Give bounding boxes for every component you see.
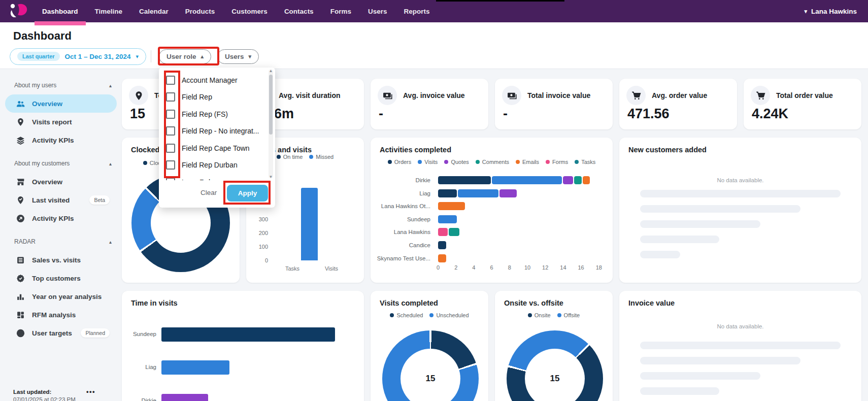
checkbox[interactable] bbox=[166, 144, 175, 153]
clear-button[interactable]: Clear bbox=[201, 189, 217, 196]
role-option-field-rep-cape-town[interactable]: Field Rep Cape Town bbox=[159, 140, 275, 157]
nav-item-forms[interactable]: Forms bbox=[329, 0, 353, 22]
x-axis-tick: 10 bbox=[522, 264, 532, 271]
filter-divider bbox=[151, 50, 151, 62]
checkbox[interactable] bbox=[166, 126, 175, 136]
role-option-field-rep-durban[interactable]: Field Rep Durban bbox=[159, 157, 275, 174]
page-header: Dashboard Last quarter Oct 1 – Dec 31, 2… bbox=[0, 22, 868, 69]
nav-item-label: Contacts bbox=[284, 8, 314, 15]
user-role-option-list: Account ManagerField RepField Rep (FS)Fi… bbox=[159, 68, 275, 180]
status-badge: Beta bbox=[89, 195, 110, 205]
date-range-filter[interactable]: Last quarter Oct 1 – Dec 31, 2024 ▾ bbox=[10, 48, 146, 65]
checkbox[interactable] bbox=[166, 110, 175, 119]
role-option-label: Field Rep Cape Town bbox=[182, 144, 250, 152]
collapse-section-icon[interactable]: ▴ bbox=[109, 161, 112, 166]
checkbox[interactable] bbox=[166, 76, 175, 85]
legend-dot-icon bbox=[444, 160, 448, 164]
page-title: Dashboard bbox=[13, 29, 72, 43]
bar-segment-emails bbox=[438, 254, 446, 262]
role-option-field-rep[interactable]: Field Rep bbox=[159, 89, 275, 106]
sidebar-overflow-menu[interactable]: ••• bbox=[86, 388, 107, 395]
user-role-filter[interactable]: User role ▴ bbox=[159, 49, 211, 64]
nav-item-reports[interactable]: Reports bbox=[402, 0, 431, 22]
sidebar-item-overview[interactable]: Overview bbox=[5, 94, 117, 113]
kpi-value: 15 bbox=[130, 106, 145, 122]
nav-item-dashboard[interactable]: Dashboard bbox=[41, 0, 80, 22]
sidebar-item-label: Last visited bbox=[32, 196, 70, 204]
store-icon bbox=[15, 177, 25, 187]
checkbox[interactable] bbox=[166, 160, 175, 170]
kpi-header: Avg. order value bbox=[626, 86, 707, 105]
grid-icon bbox=[15, 310, 25, 320]
x-axis-tick: 0 bbox=[433, 264, 443, 271]
nav-item-calendar[interactable]: Calendar bbox=[138, 0, 170, 22]
location-pin-icon bbox=[129, 86, 148, 105]
nav-item-label: Forms bbox=[330, 8, 351, 15]
kpi-card-total-order-value: Total order value4.24K bbox=[744, 79, 861, 129]
role-option-field-rep-fs-[interactable]: Field Rep (FS) bbox=[159, 106, 275, 123]
users-filter[interactable]: Users ▾ bbox=[217, 49, 259, 64]
row-label-sundeep: Sundeep bbox=[122, 331, 156, 337]
sidebar-item-visits-report[interactable]: Visits report bbox=[5, 113, 117, 131]
sidebar-item-activity-kpis[interactable]: Activity KPIs bbox=[5, 209, 117, 227]
user-role-dropdown: Account ManagerField RepField Rep (FS)Fi… bbox=[159, 68, 275, 208]
sidebar-item-sales-vs-visits[interactable]: Sales vs. visits bbox=[5, 251, 117, 269]
bar-segment-emails bbox=[438, 202, 465, 210]
date-range-value: Oct 1 – Dec 31, 2024 bbox=[65, 53, 131, 60]
sidebar-item-overview[interactable]: Overview bbox=[5, 173, 117, 191]
nav-item-contacts[interactable]: Contacts bbox=[283, 0, 315, 22]
collapse-section-icon[interactable]: ▴ bbox=[109, 239, 112, 245]
sidebar-item-rfm-analysis[interactable]: RFM analysis bbox=[5, 306, 117, 324]
chart-legend: OrdersVisitsQuotesCommentsEmailsFormsTas… bbox=[371, 159, 613, 165]
user-menu[interactable]: ▾ Lana Hawkins bbox=[804, 0, 857, 22]
cart-icon bbox=[751, 86, 770, 105]
last-updated-label: Last updated: bbox=[13, 389, 76, 395]
collapse-section-icon[interactable]: ▴ bbox=[109, 83, 112, 88]
role-option-field-rep-no-integrat-[interactable]: Field Rep - No integrat... bbox=[159, 123, 275, 140]
sidebar-item-label: Overview bbox=[32, 178, 62, 186]
legend-item-orders: Orders bbox=[388, 159, 412, 165]
apply-button[interactable]: Apply bbox=[227, 185, 268, 202]
legend-label: Comments bbox=[482, 159, 509, 165]
bar-sundeep bbox=[161, 327, 335, 342]
sidebar-item-top-customers[interactable]: Top customers bbox=[5, 269, 117, 287]
legend-item-visits: Visits bbox=[418, 159, 438, 165]
dropdown-scrollbar[interactable]: ▲ ▼ bbox=[269, 70, 273, 178]
role-option-lana-role[interactable]: Lana Role bbox=[159, 174, 275, 180]
legend-label: Quotes bbox=[451, 159, 469, 165]
bar-segment-forms bbox=[438, 228, 448, 236]
skeleton-bar bbox=[640, 387, 719, 395]
chevron-up-icon: ▴ bbox=[201, 53, 204, 60]
legend-label: Scheduled bbox=[396, 312, 423, 318]
role-option-account-manager[interactable]: Account Manager bbox=[159, 72, 275, 89]
nav-item-timeline[interactable]: Timeline bbox=[93, 0, 124, 22]
nav-item-products[interactable]: Products bbox=[184, 0, 217, 22]
location-pin-icon bbox=[15, 117, 25, 127]
skynamo-logo-icon[interactable] bbox=[8, 2, 30, 20]
x-axis-tick: 6 bbox=[487, 264, 497, 271]
row-label-skynamo-test-use-: Skynamo Test Use... bbox=[371, 255, 430, 261]
nav-item-label: Customers bbox=[231, 8, 268, 15]
checkbox[interactable] bbox=[166, 92, 175, 102]
chevron-down-icon: ▾ bbox=[249, 53, 252, 60]
sidebar-item-activity-kpis[interactable]: Activity KPIs bbox=[5, 131, 117, 149]
legend-label: Unscheduled bbox=[436, 312, 469, 318]
scroll-down-icon[interactable]: ▼ bbox=[269, 175, 273, 179]
sidebar-item-user-targets[interactable]: User targetsPlanned bbox=[5, 324, 117, 342]
x-axis-label: Tasks bbox=[277, 265, 308, 272]
bar-chart-icon bbox=[15, 291, 25, 302]
nav-item-users[interactable]: Users bbox=[366, 0, 389, 22]
sidebar-item-year-on-year-analysis[interactable]: Year on year analysis bbox=[5, 287, 117, 306]
cart-icon bbox=[626, 86, 646, 105]
scroll-up-icon[interactable]: ▲ bbox=[269, 69, 273, 73]
legend-dot-icon bbox=[429, 313, 433, 317]
sidebar-item-last-visited[interactable]: Last visitedBeta bbox=[5, 191, 117, 209]
skeleton-bar bbox=[640, 236, 719, 243]
y-axis-tick: 300 bbox=[252, 216, 268, 222]
x-axis-label: Visits bbox=[316, 265, 347, 272]
donut-chart-onsite_offsite: 15 bbox=[507, 330, 603, 401]
target-icon bbox=[15, 328, 25, 338]
nav-item-customers[interactable]: Customers bbox=[230, 0, 269, 22]
sidebar-item-label: Visits report bbox=[32, 118, 72, 126]
scrollbar-thumb[interactable] bbox=[269, 75, 273, 135]
